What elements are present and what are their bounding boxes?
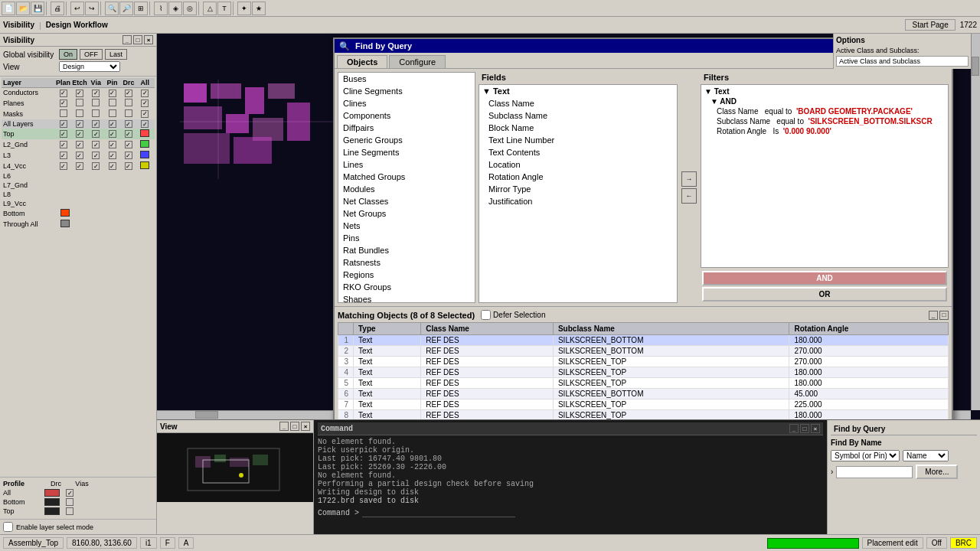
table-row[interactable]: 7 Text REF DES SILKSCREEN_TOP 225.000 [338, 399, 949, 410]
start-page-tab[interactable]: Start Page [905, 19, 955, 31]
open-btn[interactable]: 📂 [16, 2, 30, 15]
plan-check[interactable]: ✓ [55, 89, 71, 97]
table-row[interactable]: 5 Text REF DES SILKSCREEN_TOP 180.000 [338, 378, 949, 389]
table-row[interactable]: 4 Text REF DES SILKSCREEN_TOP 180.000 [338, 367, 949, 378]
view-min-btn[interactable]: _ [279, 422, 289, 431]
pin-check[interactable]: ✓ [104, 89, 120, 97]
more-btn[interactable]: More... [916, 465, 958, 479]
fields-root[interactable]: ▼ Text [479, 85, 677, 97]
redo-btn[interactable]: ↪ [85, 2, 99, 15]
defer-selection-checkbox[interactable] [481, 310, 491, 320]
profile-top[interactable]: Top [3, 507, 153, 515]
obj-clineseg[interactable]: Cline Segments [338, 85, 475, 97]
layer-l9[interactable]: L9_Vcc [2, 199, 155, 208]
vis-last-btn[interactable]: Last [105, 49, 127, 60]
field-location[interactable]: Location [479, 158, 677, 171]
cmd-input[interactable] [362, 508, 515, 517]
vertical-scrollbar[interactable] [971, 34, 980, 410]
save-btn[interactable]: 💾 [31, 2, 44, 15]
via-check[interactable] [88, 99, 104, 108]
profile-all[interactable]: All ✓ [3, 489, 153, 497]
layer-all[interactable]: All Layers ✓ ✓ ✓ ✓ ✓ ✓ [2, 119, 155, 129]
layer-l3[interactable]: L3 ✓ ✓ ✓ ✓ ✓ [2, 150, 155, 161]
table-row[interactable]: 8 Text REF DES SILKSCREEN_TOP 180.000 [338, 410, 949, 420]
view-select[interactable]: Design [59, 61, 120, 72]
view-close-btn[interactable]: × [301, 422, 310, 431]
undo-btn[interactable]: ↩ [70, 2, 84, 15]
obj-lineseg[interactable]: Line Segments [338, 146, 475, 158]
tab-objects[interactable]: Objects [337, 55, 387, 68]
minimize-btn[interactable]: _ [122, 35, 132, 44]
etch-check[interactable]: ✓ [71, 89, 87, 97]
table-row[interactable]: 3 Text REF DES SILKSCREEN_TOP 270.000 [338, 357, 949, 367]
drc-check[interactable]: ✓ [120, 89, 136, 97]
mini-view[interactable] [157, 433, 313, 502]
obj-diffpairs[interactable]: Diffpairs [338, 122, 475, 134]
obj-modules[interactable]: Modules [338, 183, 475, 195]
via-btn[interactable]: ◎ [183, 2, 197, 15]
field-subclassname[interactable]: Subclass Name [479, 109, 677, 122]
obj-ratbundles[interactable]: Rat Bundles [338, 244, 475, 256]
close-panel-btn[interactable]: × [144, 35, 153, 44]
add-field-btn[interactable]: → [681, 171, 697, 187]
remove-field-btn[interactable]: ← [681, 188, 697, 204]
cmd-min-btn[interactable]: _ [789, 424, 799, 433]
layer-l8[interactable]: L8 [2, 190, 155, 199]
and-btn[interactable]: AND [702, 271, 947, 285]
type-select[interactable]: Symbol (or Pin) [831, 450, 900, 461]
obj-netgroups[interactable]: Net Groups [338, 207, 475, 220]
cmd-close-btn[interactable]: × [811, 424, 820, 433]
field-mirrortype[interactable]: Mirror Type [479, 183, 677, 195]
obj-shapes[interactable]: Shapes [338, 293, 475, 303]
table-row[interactable]: 2 Text REF DES SILKSCREEN_BOTTOM 270.000 [338, 346, 949, 357]
all-check[interactable]: ✓ [137, 89, 153, 97]
layer-l2[interactable]: L2_Gnd ✓ ✓ ✓ ✓ ✓ [2, 139, 155, 150]
layer-bottom[interactable]: Bottom [2, 208, 155, 219]
profile-bottom[interactable]: Bottom [3, 498, 153, 506]
new-btn[interactable]: 📄 [2, 2, 15, 15]
field-textlinenum[interactable]: Text Line Number [479, 134, 677, 146]
obj-ratsnests[interactable]: Ratsnests [338, 256, 475, 269]
field-blockname[interactable]: Block Name [479, 122, 677, 134]
field-rotationangle[interactable]: Rotation Angle [479, 171, 677, 183]
zoom-out-btn[interactable]: 🔎 [119, 2, 133, 15]
field-textcontents[interactable]: Text Contents [479, 146, 677, 158]
cmd-max-btn[interactable]: □ [800, 424, 809, 433]
v-scrollbar-thumb[interactable] [972, 57, 979, 76]
matching-maximize[interactable]: □ [939, 311, 949, 320]
obj-buses[interactable]: Buses [338, 73, 475, 85]
shape-btn[interactable]: △ [203, 2, 217, 15]
top-vis-checkbox[interactable] [66, 507, 74, 515]
layer-l4[interactable]: L4_Vcc ✓ ✓ ✓ ✓ ✓ [2, 161, 155, 171]
enable-layer-checkbox[interactable] [3, 522, 13, 532]
vis-off-btn[interactable]: OFF [80, 49, 103, 60]
bottom-vis-checkbox[interactable] [66, 498, 74, 506]
layer-conductors[interactable]: Conductors ✓ ✓ ✓ ✓ ✓ ✓ [2, 88, 155, 98]
obj-clines[interactable]: Clines [338, 97, 475, 109]
layer-l6[interactable]: L6 [2, 171, 155, 181]
name-select[interactable]: Name [903, 450, 949, 461]
all-check[interactable]: ✓ [137, 99, 153, 107]
via-check[interactable]: ✓ [88, 89, 104, 97]
table-row[interactable]: 6 Text REF DES SILKSCREEN_BOTTOM 45.000 [338, 389, 949, 399]
layer-through[interactable]: Through All [2, 219, 155, 230]
obj-regions[interactable]: Regions [338, 269, 475, 281]
text-btn[interactable]: T [217, 2, 231, 15]
layer-l7[interactable]: L7_Gnd [2, 181, 155, 190]
obj-genericgroups[interactable]: Generic Groups [338, 134, 475, 146]
drc-btn[interactable]: ✦ [237, 2, 251, 15]
layer-masks[interactable]: Masks ✓ [2, 109, 155, 119]
etch-check[interactable] [71, 99, 87, 108]
obj-components[interactable]: Components [338, 109, 475, 122]
plan-check[interactable]: ✓ [55, 99, 71, 107]
drc-check[interactable] [120, 99, 136, 108]
zoom-fit-btn[interactable]: ⊞ [134, 2, 148, 15]
canvas-area[interactable]: C018 C019 R869 [157, 34, 980, 419]
maximize-btn[interactable]: □ [133, 35, 142, 44]
tab-configure[interactable]: Configure [389, 55, 446, 68]
field-classname[interactable]: Class Name [479, 97, 677, 109]
or-btn[interactable]: OR [702, 287, 947, 302]
highlight-btn[interactable]: ★ [252, 2, 266, 15]
print-btn[interactable]: 🖨 [51, 2, 64, 15]
obj-matchedgroups[interactable]: Matched Groups [338, 171, 475, 183]
